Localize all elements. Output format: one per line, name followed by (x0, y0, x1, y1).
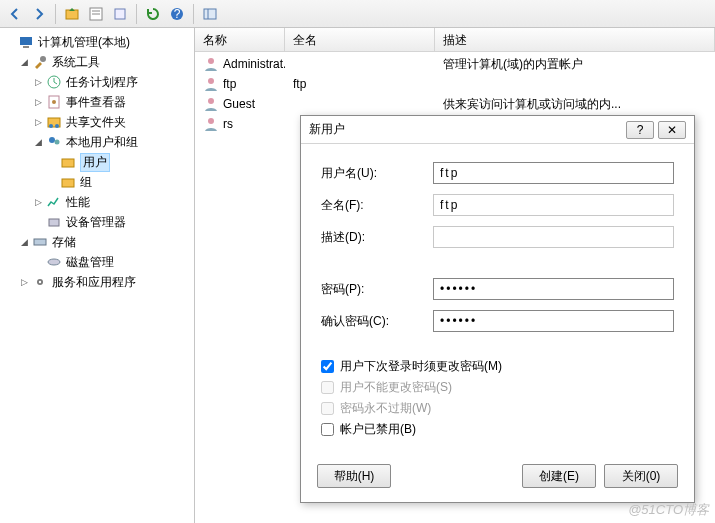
col-fullname[interactable]: 全名 (285, 28, 435, 51)
svg-point-16 (49, 124, 53, 128)
storage-icon (32, 234, 48, 250)
tree-groups[interactable]: 组 (2, 172, 192, 192)
help-button[interactable]: 帮助(H) (317, 464, 391, 488)
svg-rect-20 (62, 159, 74, 167)
tree-event-viewer[interactable]: ▷事件查看器 (2, 92, 192, 112)
nav-tree: 计算机管理(本地) ◢系统工具 ▷任务计划程序 ▷事件查看器 ▷共享文件夹 ◢本… (0, 28, 195, 523)
tools-icon (32, 54, 48, 70)
create-button[interactable]: 创建(E) (522, 464, 596, 488)
expander-icon[interactable]: ◢ (32, 136, 44, 148)
user-icon (203, 116, 219, 132)
svg-rect-21 (62, 179, 74, 187)
panel-button[interactable] (199, 3, 221, 25)
must-change-checkbox[interactable] (321, 360, 334, 373)
forward-button[interactable] (28, 3, 50, 25)
svg-point-29 (208, 98, 214, 104)
list-header: 名称 全名 描述 (195, 28, 715, 52)
svg-point-14 (52, 100, 56, 104)
desc-input[interactable] (433, 226, 674, 248)
dialog-close-button[interactable]: ✕ (658, 121, 686, 139)
svg-point-24 (48, 259, 60, 265)
expander-icon[interactable]: ▷ (32, 196, 44, 208)
back-button[interactable] (4, 3, 26, 25)
user-icon (203, 56, 219, 72)
tree-task-scheduler[interactable]: ▷任务计划程序 (2, 72, 192, 92)
user-row[interactable]: ftpftp (195, 74, 715, 94)
gear-icon (32, 274, 48, 290)
expander-icon[interactable]: ▷ (32, 76, 44, 88)
username-input[interactable] (433, 162, 674, 184)
svg-point-19 (55, 140, 60, 145)
fullname-label: 全名(F): (321, 197, 433, 214)
account-disabled-checkbox[interactable] (321, 423, 334, 436)
refresh-button[interactable] (142, 3, 164, 25)
col-desc[interactable]: 描述 (435, 28, 715, 51)
tree-services[interactable]: ▷服务和应用程序 (2, 272, 192, 292)
tree-storage[interactable]: ◢存储 (2, 232, 192, 252)
expander-icon[interactable]: ▷ (32, 116, 44, 128)
confirm-password-label: 确认密码(C): (321, 313, 433, 330)
user-row[interactable]: Guest供来宾访问计算机或访问域的内... (195, 94, 715, 114)
password-input[interactable] (433, 278, 674, 300)
col-name[interactable]: 名称 (195, 28, 285, 51)
expander-icon[interactable]: ▷ (18, 276, 30, 288)
expander-icon[interactable]: ◢ (18, 236, 30, 248)
svg-rect-10 (23, 46, 29, 48)
svg-rect-4 (115, 9, 125, 19)
clock-icon (46, 74, 62, 90)
tree-device-manager[interactable]: 设备管理器 (2, 212, 192, 232)
svg-rect-0 (66, 10, 78, 19)
cannot-change-checkbox (321, 381, 334, 394)
dialog-titlebar[interactable]: 新用户 ? ✕ (301, 116, 694, 144)
svg-point-17 (55, 124, 59, 128)
perf-icon (46, 194, 62, 210)
tree-local-users-groups[interactable]: ◢本地用户和组 (2, 132, 192, 152)
tree-users[interactable]: 用户 (2, 152, 192, 172)
svg-rect-22 (49, 219, 59, 226)
up-button[interactable] (61, 3, 83, 25)
event-icon (46, 94, 62, 110)
users-icon (46, 134, 62, 150)
cannot-change-label: 用户不能更改密码(S) (340, 379, 452, 396)
tree-disk-mgmt[interactable]: 磁盘管理 (2, 252, 192, 272)
tree-root[interactable]: 计算机管理(本地) (2, 32, 192, 52)
fullname-input[interactable] (433, 194, 674, 216)
help-button[interactable]: ? (166, 3, 188, 25)
username-label: 用户名(U): (321, 165, 433, 182)
svg-point-28 (208, 78, 214, 84)
svg-point-27 (208, 58, 214, 64)
never-expire-checkbox (321, 402, 334, 415)
svg-point-30 (208, 118, 214, 124)
desc-label: 描述(D): (321, 229, 433, 246)
share-icon (46, 114, 62, 130)
svg-point-18 (49, 137, 55, 143)
properties-button[interactable] (85, 3, 107, 25)
tree-performance[interactable]: ▷性能 (2, 192, 192, 212)
expander-icon[interactable]: ▷ (32, 96, 44, 108)
tree-shared-folders[interactable]: ▷共享文件夹 (2, 112, 192, 132)
expander-icon[interactable]: ◢ (18, 56, 30, 68)
export-button[interactable] (109, 3, 131, 25)
tree-system-tools[interactable]: ◢系统工具 (2, 52, 192, 72)
dialog-title: 新用户 (309, 121, 622, 138)
dialog-help-button[interactable]: ? (626, 121, 654, 139)
svg-point-11 (40, 56, 46, 62)
password-label: 密码(P): (321, 281, 433, 298)
user-icon (203, 76, 219, 92)
toolbar: ? (0, 0, 715, 28)
svg-rect-23 (34, 239, 46, 245)
must-change-label: 用户下次登录时须更改密码(M) (340, 358, 502, 375)
folder-icon (60, 174, 76, 190)
svg-rect-9 (20, 37, 32, 45)
close-button[interactable]: 关闭(0) (604, 464, 678, 488)
never-expire-label: 密码永不过期(W) (340, 400, 431, 417)
new-user-dialog: 新用户 ? ✕ 用户名(U): 全名(F): 描述(D): 密码(P): 确认密… (300, 115, 695, 503)
svg-rect-7 (204, 9, 216, 19)
user-row[interactable]: Administrat...管理计算机(域)的内置帐户 (195, 54, 715, 74)
svg-point-26 (39, 281, 41, 283)
account-disabled-label: 帐户已禁用(B) (340, 421, 416, 438)
svg-text:?: ? (174, 7, 181, 21)
confirm-password-input[interactable] (433, 310, 674, 332)
user-icon (203, 96, 219, 112)
device-icon (46, 214, 62, 230)
